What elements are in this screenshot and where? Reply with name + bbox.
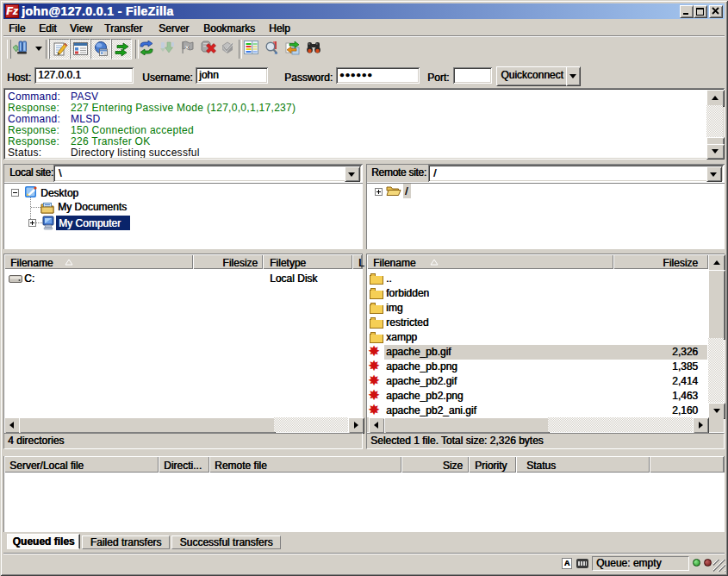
svg-text:x: x xyxy=(185,43,190,51)
